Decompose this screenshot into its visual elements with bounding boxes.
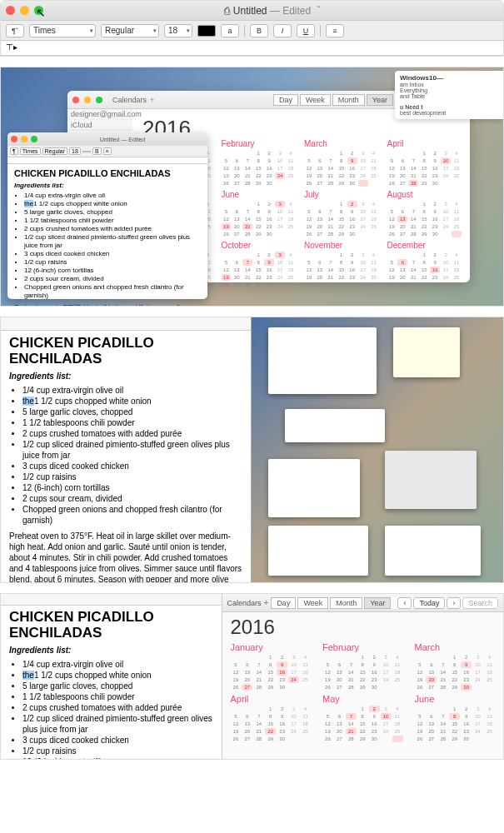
- window-thumbnail[interactable]: [385, 526, 481, 576]
- month-name: January: [231, 642, 312, 652]
- view-year[interactable]: Year: [364, 597, 391, 609]
- style-button[interactable]: ¶: [10, 147, 18, 155]
- ruler[interactable]: ⊤▸: [1, 41, 503, 56]
- month-cell[interactable]: May1234567891011121314151617181920212223…: [322, 694, 403, 742]
- account-label: iCloud: [67, 120, 132, 131]
- recipe-title: CHICKEN PICADILLO ENCHILADAS: [9, 609, 213, 641]
- month-cell[interactable]: July123456789101112131415161718192021222…: [304, 190, 379, 237]
- doc-icon: ⎙: [224, 5, 230, 17]
- search-input[interactable]: Search: [462, 597, 498, 609]
- calendars-label[interactable]: Calendars: [227, 599, 262, 607]
- font-select[interactable]: Times: [20, 147, 41, 155]
- splitview-mission-control: CHICKEN PICADILLO ENCHILADAS Ingredients…: [0, 317, 504, 583]
- prev-button[interactable]: ‹: [397, 597, 412, 609]
- textedit-pane[interactable]: CHICKEN PICADILLO ENCHILADAS Ingredients…: [1, 594, 222, 759]
- month-cell[interactable]: March12345678910111213141516171819202122…: [304, 139, 379, 187]
- card-header: Windows10—: [400, 74, 498, 82]
- month-cell[interactable]: April12345678910111213141516171819202122…: [387, 139, 462, 187]
- style-menu-button[interactable]: ¶ˇ: [6, 24, 24, 37]
- add-button[interactable]: +: [264, 598, 269, 607]
- font-family-select[interactable]: Times: [29, 24, 96, 37]
- close-icon[interactable]: [6, 6, 15, 15]
- list-item: 1 1/2 tablespoons chili powder: [22, 417, 242, 428]
- view-month[interactable]: Month: [332, 94, 365, 106]
- list-item: 12 (6-inch) corn tortillas: [24, 267, 201, 275]
- list-item: 1/2 cup sliced drained pimiento-stuffed …: [22, 713, 213, 735]
- month-cell[interactable]: August1234567891011121314151617181920212…: [387, 190, 462, 237]
- document-body[interactable]: CHICKEN PICADILLO ENCHILADAS Ingredients…: [1, 606, 222, 760]
- notification-card[interactable]: Windows10— am Inbox Everything and Table…: [395, 71, 503, 119]
- close-icon[interactable]: [72, 97, 79, 103]
- list-item: the1 1/2 cups chopped white onion: [22, 396, 242, 407]
- highlight-color-button[interactable]: a: [221, 24, 239, 37]
- document-body[interactable]: CHICKEN PICADILLO ENCHILADAS Ingredients…: [1, 331, 251, 583]
- text-color-well[interactable]: [197, 25, 216, 37]
- italic-button[interactable]: I: [273, 24, 292, 37]
- day-grid: 1234567891011121314151617181920212223242…: [415, 654, 496, 691]
- window-thumbnail[interactable]: [285, 409, 385, 442]
- size-select[interactable]: 18: [69, 147, 81, 155]
- month-cell[interactable]: December12345678910111213141516171819202…: [387, 241, 462, 288]
- view-day[interactable]: Day: [271, 597, 296, 609]
- window-thumbnail[interactable]: [385, 451, 477, 509]
- ruler: [1, 594, 222, 606]
- size-select[interactable]: Regular: [42, 147, 68, 155]
- view-week[interactable]: Week: [297, 597, 328, 609]
- toolbar-divider: [320, 25, 321, 37]
- calendar-pane[interactable]: Calendars + Day Week Month Year ‹ Today …: [222, 594, 504, 759]
- zoom-icon[interactable]: [31, 136, 37, 142]
- next-button[interactable]: ›: [447, 597, 461, 609]
- document-body[interactable]: CHICKEN PICADILLO ENCHILADAS Ingredients…: [7, 164, 207, 307]
- year-label: 2016: [222, 612, 504, 642]
- window-thumbnail[interactable]: [268, 526, 368, 576]
- window-thumbnail[interactable]: [393, 327, 460, 377]
- month-cell[interactable]: February12345678910111213141516171819202…: [222, 139, 297, 187]
- align-button[interactable]: ≡: [103, 147, 112, 155]
- window-thumbnail[interactable]: [268, 459, 360, 517]
- list-item: the1 1/2 cups chopped white onion: [22, 670, 213, 681]
- today-button[interactable]: Today: [413, 597, 445, 609]
- bold-button[interactable]: B: [92, 147, 102, 155]
- minimize-icon[interactable]: [84, 97, 91, 103]
- day-grid: 1234567891011121314151617181920212223242…: [304, 150, 379, 187]
- zoom-icon[interactable]: [96, 97, 102, 103]
- bold-button[interactable]: B: [250, 24, 268, 37]
- month-cell[interactable]: April12345678910111213141516171819202122…: [231, 694, 312, 742]
- tab-stop-icon[interactable]: ⊤▸: [6, 42, 17, 52]
- underline-button[interactable]: U: [297, 24, 315, 37]
- month-cell[interactable]: November12345678910111213141516171819202…: [304, 241, 379, 288]
- view-week[interactable]: Week: [300, 94, 331, 106]
- textedit-toolbar-closeup: ↖ ⎙ Untitled — Edited ˇ ¶ˇ Times Regular…: [0, 0, 504, 57]
- font-weight-select[interactable]: Regular: [101, 24, 159, 37]
- day-grid: 1234567891011121314151617181920212223242…: [304, 201, 379, 237]
- month-cell[interactable]: June123456789101112131415161718192021222…: [415, 694, 496, 742]
- view-month[interactable]: Month: [330, 597, 362, 609]
- minimize-icon[interactable]: [20, 6, 29, 15]
- month-name: April: [387, 139, 462, 148]
- month-cell[interactable]: January123456789101112131415161718192021…: [231, 642, 312, 691]
- list-item: Chopped green onions and chopped fresh c…: [24, 283, 201, 300]
- view-year[interactable]: Year: [367, 94, 393, 106]
- day-grid: 1234567891011121314151617181920212223242…: [231, 654, 312, 691]
- view-day[interactable]: Day: [273, 94, 298, 106]
- textedit-fullscreen-left[interactable]: CHICKEN PICADILLO ENCHILADAS Ingredients…: [1, 317, 252, 582]
- month-cell[interactable]: March12345678910111213141516171819202122…: [415, 642, 496, 691]
- color-well[interactable]: [82, 151, 91, 152]
- window-thumbnail[interactable]: [268, 327, 377, 394]
- month-cell[interactable]: February12345678910111213141516171819202…: [322, 642, 403, 691]
- month-cell[interactable]: October123456789101112131415161718192021…: [222, 241, 297, 288]
- textedit-window[interactable]: Untitled — Edited ¶ Times Regular 18 B ≡…: [7, 132, 207, 299]
- title-chevron-icon[interactable]: ˇ: [314, 5, 324, 17]
- titlebar: ↖ ⎙ Untitled — Edited ˇ: [1, 1, 503, 21]
- mission-control-thumbnails[interactable]: [252, 317, 503, 582]
- month-cell[interactable]: June123456789101112131415161718192021222…: [222, 190, 297, 237]
- minimize-icon[interactable]: [21, 136, 27, 142]
- list-item: 1/2 cup raisins: [22, 746, 213, 756]
- add-button[interactable]: +: [150, 96, 154, 104]
- close-icon[interactable]: [11, 136, 17, 142]
- month-name: February: [322, 642, 403, 652]
- edited-label: Edited: [282, 5, 311, 17]
- font-size-select[interactable]: 18: [164, 24, 192, 37]
- calendars-label[interactable]: Calendars: [112, 96, 147, 104]
- align-button[interactable]: ≡: [326, 24, 344, 37]
